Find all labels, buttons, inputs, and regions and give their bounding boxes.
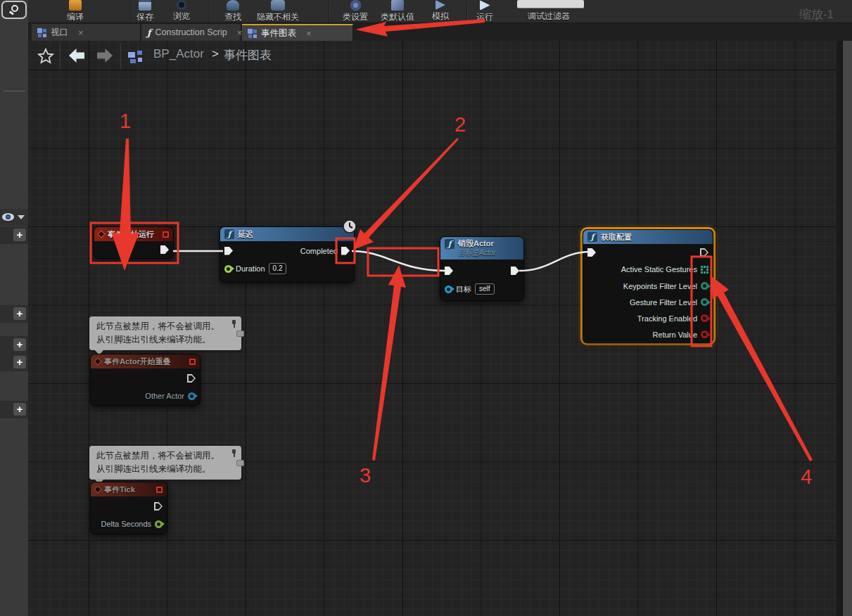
add-button[interactable]: + xyxy=(13,403,26,416)
annotation-number-1: 1 xyxy=(120,110,131,133)
browse-button[interactable]: 浏览 xyxy=(173,0,190,23)
search-icon xyxy=(11,5,18,12)
compile-button[interactable]: 编译 xyxy=(67,0,84,23)
tab-viewport[interactable]: 视口 × xyxy=(32,24,141,41)
debug-filter-button[interactable]: 调试过滤器 xyxy=(528,0,570,23)
tab-construction-label: Construction Scrip xyxy=(155,27,227,37)
class-defaults-icon xyxy=(391,0,404,11)
category-row: + xyxy=(0,354,28,371)
delta-seconds-pin-label: Delta Seconds xyxy=(101,520,151,528)
node-event-beginplay[interactable]: 事件开始运行 xyxy=(94,226,174,259)
set-pin-icon[interactable] xyxy=(701,266,708,274)
add-button[interactable]: + xyxy=(13,338,26,351)
pushpin-icon[interactable] xyxy=(230,449,237,456)
class-settings-icon xyxy=(350,0,361,11)
enum-pin[interactable] xyxy=(701,282,708,290)
node-event-tick[interactable]: 事件Tick Delta Seconds xyxy=(90,482,167,534)
node-delay[interactable]: ƒ 延迟 Completed Duration 0.2 xyxy=(220,226,355,283)
delta-seconds-float-pin[interactable] xyxy=(155,520,163,528)
close-icon[interactable]: × xyxy=(78,27,84,38)
favorite-star-icon[interactable] xyxy=(37,47,55,65)
other-actor-object-pin[interactable] xyxy=(188,392,196,400)
category-row: + xyxy=(0,401,28,418)
note-line-2: 从引脚连出引线来编译功能。 xyxy=(96,333,223,347)
annotation-number-2: 2 xyxy=(454,113,466,136)
pin-label-return-value: Return Value xyxy=(653,331,697,339)
chevron-down-icon xyxy=(18,215,25,219)
exec-output-pin[interactable] xyxy=(160,245,169,254)
hide-unrelated-icon xyxy=(271,0,285,11)
simulate-label: 模拟 xyxy=(432,11,449,23)
duration-float-pin[interactable] xyxy=(224,265,232,273)
viewport-icon xyxy=(37,28,46,37)
duration-label: Duration xyxy=(236,264,265,273)
exec-output-pin[interactable] xyxy=(187,374,196,383)
forward-arrow-button[interactable] xyxy=(97,49,113,63)
exec-input-pin[interactable] xyxy=(224,247,233,255)
bool-pin[interactable] xyxy=(701,314,708,322)
blueprint-icon xyxy=(128,49,143,63)
divider xyxy=(3,91,25,91)
event-diamond-icon xyxy=(94,357,101,365)
browse-icon xyxy=(177,0,186,10)
exec-input-pin[interactable] xyxy=(445,267,453,275)
class-settings-button[interactable]: 类设置 xyxy=(343,0,368,23)
exec-output-pin[interactable] xyxy=(154,502,163,511)
add-button[interactable]: + xyxy=(13,356,26,368)
find-icon xyxy=(227,0,239,11)
exec-output-pin[interactable] xyxy=(700,248,708,257)
back-arrow-button[interactable] xyxy=(69,49,84,63)
add-button[interactable]: + xyxy=(13,229,26,241)
visibility-filter[interactable] xyxy=(0,209,28,226)
simulate-button[interactable]: 模拟 xyxy=(432,0,449,23)
note-line-2: 从引脚连出引线来编译功能。 xyxy=(96,463,223,476)
bool-pin[interactable] xyxy=(701,331,708,338)
node-destroy-actor[interactable]: ƒ 销毁Actor 目标是Actor 目标 self xyxy=(440,236,524,301)
save-icon xyxy=(139,0,151,11)
completed-exec-output-pin[interactable] xyxy=(341,247,350,255)
node-title: 事件Tick xyxy=(104,485,135,495)
search-box[interactable] xyxy=(1,1,27,19)
pin-label-tracking-enabled: Tracking Enabled xyxy=(637,314,697,323)
save-button[interactable]: 保存 xyxy=(136,0,153,23)
target-value-field[interactable]: self xyxy=(475,283,495,295)
right-panel-edge[interactable] xyxy=(841,41,852,616)
exec-output-pin[interactable] xyxy=(511,267,519,275)
target-object-pin[interactable] xyxy=(445,285,452,293)
breadcrumb-current[interactable]: 事件图表 xyxy=(224,47,272,63)
comment-toggle-icon[interactable] xyxy=(236,331,244,337)
simulate-icon xyxy=(435,0,445,10)
play-button[interactable]: 运行 xyxy=(476,0,493,23)
function-icon: ƒ xyxy=(224,229,234,239)
graph-right-border xyxy=(837,41,841,616)
close-icon[interactable]: × xyxy=(306,28,312,39)
breadcrumb-root[interactable]: BP_Actor xyxy=(153,47,204,61)
tab-event-graph[interactable]: 事件图表 × xyxy=(242,24,353,41)
my-blueprint-collapsed-panel: + + + + + xyxy=(0,0,28,616)
exec-input-pin[interactable] xyxy=(587,248,596,257)
category-row: + xyxy=(0,336,28,354)
class-defaults-label: 类默认值 xyxy=(381,11,414,23)
other-actor-pin-label: Other Actor xyxy=(145,392,184,400)
hide-unrelated-button[interactable]: 隐藏不相关 xyxy=(257,0,299,23)
note-line-1: 此节点被禁用，将不会被调用。 xyxy=(96,320,223,333)
node-subtitle: 目标是Actor xyxy=(458,249,495,258)
toolbar-divider xyxy=(329,1,329,23)
tab-construction-script[interactable]: ƒ Construction Scrip × xyxy=(141,24,241,41)
play-icon xyxy=(480,0,490,11)
latent-clock-icon xyxy=(343,219,357,233)
play-label: 运行 xyxy=(476,11,493,23)
save-label: 保存 xyxy=(136,11,153,23)
add-button[interactable]: + xyxy=(13,307,26,320)
compile-icon xyxy=(69,0,82,11)
node-get-config[interactable]: ƒ 获取配置 Active Static Gestures Keypoints … xyxy=(583,229,713,343)
comment-toggle-icon[interactable] xyxy=(236,460,244,466)
duration-value-field[interactable]: 0.2 xyxy=(269,263,287,274)
class-defaults-button[interactable]: 类默认值 xyxy=(381,0,414,23)
pin-label-gesture-filter-level: Gesture Filter Level xyxy=(630,298,697,307)
pushpin-icon[interactable] xyxy=(230,320,237,327)
node-title: 销毁Actor xyxy=(458,239,495,249)
node-event-actor-begin-overlap[interactable]: 事件Actor开始重叠 Other Actor xyxy=(90,354,201,406)
enum-pin[interactable] xyxy=(701,298,708,306)
find-button[interactable]: 查找 xyxy=(224,0,241,23)
